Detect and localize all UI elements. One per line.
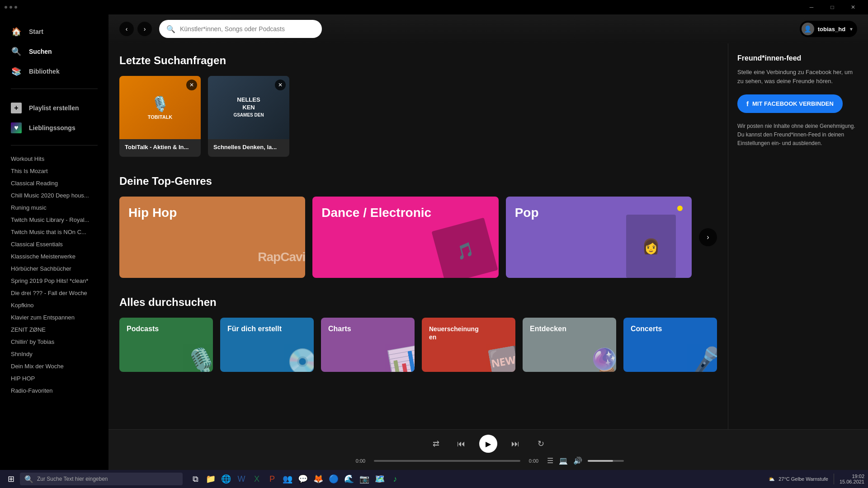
search-card-schnelles-denken[interactable]: NELLESKENGSAMES DEN Schnelles Denken, la… bbox=[208, 76, 289, 157]
user-menu[interactable]: 👤 tobias_hd ▼ bbox=[800, 21, 857, 37]
playlist-item-twitch1[interactable]: Twitch Music Library - Royal... bbox=[0, 214, 108, 226]
sidebar-actions: + Playlist erstellen ♥ Lieblingssongs bbox=[0, 94, 108, 141]
windows-start-button[interactable]: ⊞ bbox=[4, 472, 18, 486]
taskbar-app-powerpoint[interactable]: P bbox=[265, 472, 279, 486]
play-button[interactable]: ▶ bbox=[479, 435, 497, 453]
plus-icon: + bbox=[11, 103, 22, 113]
playlist-item-radio[interactable]: Radio-Favoriten bbox=[0, 385, 108, 397]
facebook-connect-button[interactable]: f MIT FACEBOOK VERBINDEN bbox=[737, 94, 843, 113]
browse-card-concerts[interactable]: Concerts 🎤 bbox=[623, 318, 717, 372]
playlist-item-kopfkino[interactable]: Kopfkino bbox=[0, 299, 108, 311]
repeat-button[interactable]: ↻ bbox=[533, 436, 548, 451]
sidebar-playlists: Workout Hits This Is Mozart Classical Re… bbox=[0, 149, 108, 470]
volume-fill bbox=[588, 460, 613, 462]
taskbar-sys-tray: ⛅ 27°C Gelbe Warnstufe bbox=[769, 476, 828, 482]
progress-bar[interactable] bbox=[374, 460, 520, 462]
sidebar-item-suchen[interactable]: 🔍 Suchen bbox=[0, 42, 108, 61]
volume-bar[interactable] bbox=[588, 460, 624, 462]
titlebar: ─ □ ✕ bbox=[0, 0, 868, 14]
taskbar-app-explorer[interactable]: 📁 bbox=[203, 472, 218, 486]
sidebar-divider-1 bbox=[11, 89, 98, 89]
playlist-item-klassische[interactable]: Klassische Meisterwerke bbox=[0, 250, 108, 263]
right-panel-title: Freund*innen-feed bbox=[737, 54, 859, 62]
topbar-right: 👤 tobias_hd ▼ bbox=[800, 21, 857, 37]
sidebar-nav: 🏠 Start 🔍 Suchen 📚 Bibliothek bbox=[0, 18, 108, 85]
queue-icon[interactable]: ☰ bbox=[547, 456, 553, 465]
browse-card-podcasts[interactable]: Podcasts 🎙️ bbox=[119, 318, 213, 372]
playlist-item-drei[interactable]: Die drei ??? - Fall der Woche bbox=[0, 287, 108, 299]
schnelles-denken-close-button[interactable]: ✕ bbox=[275, 80, 286, 90]
maximize-button[interactable]: □ bbox=[822, 0, 843, 14]
sidebar-item-bibliothek[interactable]: 📚 Bibliothek bbox=[0, 61, 108, 81]
playlist-item-classical-reading[interactable]: Classical Reading bbox=[0, 177, 108, 189]
search-icon: 🔍 bbox=[166, 25, 175, 33]
heart-icon: ♥ bbox=[11, 122, 22, 133]
playlist-item-zenit[interactable]: ZENIT ZØNE bbox=[0, 324, 108, 336]
titlebar-dots bbox=[5, 6, 17, 9]
search-bar[interactable]: 🔍 bbox=[159, 20, 322, 38]
genre-card-dance[interactable]: Dance / Electronic 🎵 bbox=[312, 197, 498, 278]
taskbar-app-word[interactable]: W bbox=[234, 472, 249, 486]
taskbar-app-spotify[interactable]: ♪ bbox=[388, 472, 402, 486]
playlist-item-chillin[interactable]: Chillin' by Tobias bbox=[0, 336, 108, 348]
playlist-item-runing[interactable]: Runing music bbox=[0, 202, 108, 214]
sidebar-item-create-playlist[interactable]: + Playlist erstellen bbox=[0, 98, 108, 118]
taskbar: ⊞ 🔍 Zur Suche Text hier eingeben ⧉ 📁 🌐 W… bbox=[0, 470, 868, 488]
taskbar-app-edge[interactable]: 🌐 bbox=[219, 472, 233, 486]
tobitalk-close-button[interactable]: ✕ bbox=[186, 80, 197, 90]
taskbar-app-unknown1[interactable]: 📷 bbox=[357, 472, 372, 486]
playlist-item-shindy[interactable]: ShnIndy bbox=[0, 348, 108, 360]
browse-card-neuerscheinungen[interactable]: Neuerscheinungen 🆕 bbox=[422, 318, 515, 372]
facebook-icon: f bbox=[746, 100, 749, 108]
playlist-item-spring[interactable]: Spring 2019 Pop Hits! *clean* bbox=[0, 275, 108, 287]
minimize-button[interactable]: ─ bbox=[801, 0, 822, 14]
browse-card-charts[interactable]: Charts 📊 bbox=[321, 318, 415, 372]
taskbar-app-chrome[interactable]: 🔵 bbox=[326, 472, 341, 486]
sidebar-item-start[interactable]: 🏠 Start bbox=[0, 22, 108, 42]
playlist-item-dein-mix[interactable]: Dein Mix der Woche bbox=[0, 360, 108, 372]
browse-card-entdecken[interactable]: Entdecken 🔮 bbox=[523, 318, 616, 372]
playlist-item-classical-essentials[interactable]: Classical Essentials bbox=[0, 238, 108, 250]
genres-next-button[interactable]: › bbox=[699, 228, 717, 246]
playlist-item-klavier[interactable]: Klavier zum Entspannen bbox=[0, 311, 108, 324]
device-icon[interactable]: 💻 bbox=[559, 456, 568, 465]
taskbar-app-excel[interactable]: X bbox=[250, 472, 264, 486]
library-icon: 📚 bbox=[11, 66, 22, 77]
titlebar-dot-3 bbox=[14, 6, 17, 9]
browse-card-fuer-dich[interactable]: Für dich erstellt 💿 bbox=[220, 318, 314, 372]
taskbar-time[interactable]: 19:02 15.06.2021 bbox=[840, 474, 864, 484]
playlist-item-hoerbuecher[interactable]: Hörbücher Sachbücher bbox=[0, 263, 108, 275]
nav-arrows: ‹ › bbox=[119, 22, 152, 36]
playlist-item-workout[interactable]: Workout Hits bbox=[0, 153, 108, 165]
genre-card-pop[interactable]: Pop 👩 bbox=[506, 197, 692, 278]
pop-label: Pop bbox=[515, 206, 539, 220]
taskbar-app-unknown2[interactable]: 🗺️ bbox=[373, 472, 387, 486]
sidebar-item-lieblingssongs[interactable]: ♥ Lieblingssongs bbox=[0, 118, 108, 138]
taskbar-app-skype[interactable]: 💬 bbox=[296, 472, 310, 486]
taskbar-app-firefox[interactable]: 🦊 bbox=[311, 472, 326, 486]
close-button[interactable]: ✕ bbox=[843, 0, 863, 14]
playlist-item-mozart[interactable]: This Is Mozart bbox=[0, 165, 108, 177]
prev-button[interactable]: ⏮ bbox=[454, 436, 468, 451]
fuer-dich-label: Für dich erstellt bbox=[227, 325, 282, 333]
nav-forward-button[interactable]: › bbox=[137, 22, 152, 36]
taskbar-app-teams[interactable]: 👥 bbox=[280, 472, 295, 486]
search-card-tobitalk[interactable]: 🎙️ TOBITALK TobiTalk - Aktien & In... ✕ bbox=[119, 76, 201, 157]
titlebar-dot-2 bbox=[9, 6, 12, 9]
volume-icon[interactable]: 🔊 bbox=[573, 456, 582, 465]
search-input[interactable] bbox=[180, 25, 315, 33]
genre-card-hiphop[interactable]: Hip Hop RapCavi bbox=[119, 197, 305, 278]
taskbar-search[interactable]: 🔍 Zur Suche Text hier eingeben bbox=[20, 473, 183, 485]
shuffle-button[interactable]: ⇄ bbox=[429, 436, 443, 451]
player-right: ☰ 💻 🔊 bbox=[547, 456, 624, 465]
playlist-item-twitch2[interactable]: Twitch Music that is NOn C... bbox=[0, 226, 108, 238]
nav-back-button[interactable]: ‹ bbox=[119, 22, 134, 36]
taskbar-app-task-view[interactable]: ⧉ bbox=[188, 472, 203, 486]
taskbar-clock: 19:02 bbox=[840, 474, 864, 479]
sidebar-item-start-label: Start bbox=[29, 28, 43, 35]
taskbar-app-edge2[interactable]: 🌊 bbox=[342, 472, 356, 486]
playlist-item-chill[interactable]: Chill Music 2020 Deep hous... bbox=[0, 189, 108, 202]
next-button[interactable]: ⏭ bbox=[508, 436, 523, 451]
sidebar-divider-2 bbox=[11, 145, 98, 145]
playlist-item-hip-hop[interactable]: HIP HOP bbox=[0, 372, 108, 385]
